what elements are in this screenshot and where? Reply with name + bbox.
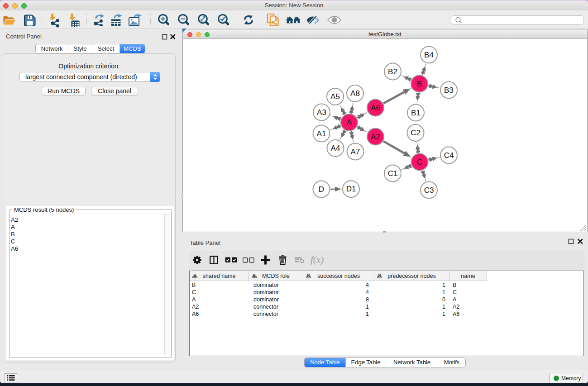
svg-text:C: C (417, 158, 422, 167)
svg-text:D: D (319, 185, 324, 194)
svg-text:B1: B1 (411, 109, 421, 117)
svg-text:A8: A8 (350, 89, 360, 98)
svg-text:A2: A2 (371, 133, 380, 141)
svg-text:A3: A3 (317, 108, 326, 117)
svg-text:A4: A4 (331, 144, 340, 152)
svg-text:B3: B3 (444, 86, 454, 95)
svg-text:A1: A1 (317, 129, 326, 138)
svg-text:C1: C1 (388, 169, 398, 178)
svg-text:A5: A5 (330, 92, 340, 101)
svg-text:C2: C2 (411, 129, 421, 137)
svg-text:C3: C3 (424, 186, 434, 195)
svg-text:B4: B4 (424, 51, 434, 59)
svg-text:D1: D1 (346, 185, 356, 193)
svg-text:B2: B2 (388, 67, 397, 76)
svg-text:B: B (417, 80, 422, 88)
svg-text:C4: C4 (444, 151, 454, 160)
svg-text:A7: A7 (351, 148, 360, 156)
svg-text:A6: A6 (371, 104, 380, 112)
svg-text:A: A (347, 118, 352, 127)
